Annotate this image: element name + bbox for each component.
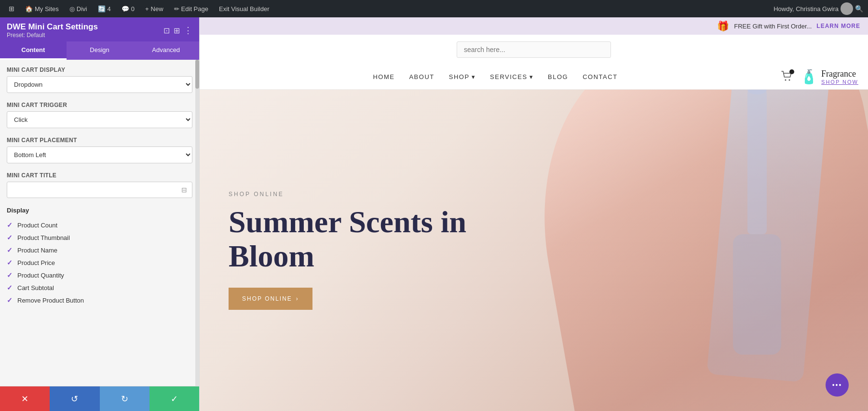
search-input[interactable] — [457, 41, 611, 58]
chevron-down-icon: ▾ — [529, 73, 534, 80]
scroll-track — [195, 60, 199, 386]
list-item: ✓ Product Count — [7, 219, 192, 231]
display-item-label: Product Thumbnail — [17, 234, 70, 241]
display-item-label: Remove Product Button — [17, 297, 84, 304]
comments-menu[interactable]: 🔄 4 — [94, 0, 115, 17]
mini-cart-placement-group: Mini Cart Placement Bottom Left — [7, 137, 192, 163]
svg-point-1 — [789, 79, 790, 80]
cart-icon[interactable] — [781, 71, 793, 83]
my-sites-menu[interactable]: 🏠 My Sites — [21, 0, 63, 17]
svg-rect-2 — [747, 90, 767, 234]
tab-advanced[interactable]: Advanced — [133, 41, 199, 60]
fragrance-link[interactable]: SHOP NOW — [821, 79, 858, 85]
mini-cart-trigger-group: Mini Cart Trigger Click — [7, 102, 192, 128]
new-label: New — [151, 5, 163, 13]
redo-icon: ↻ — [121, 394, 128, 404]
tab-design[interactable]: Design — [67, 41, 133, 60]
hero-content: SHOP ONLINE Summer Scents in Bloom SHOP … — [200, 172, 528, 329]
avatar — [841, 2, 853, 15]
chevron-down-icon: ▾ — [472, 73, 476, 80]
gift-icon: 🎁 — [717, 20, 729, 32]
fab-button[interactable]: ••• — [826, 373, 849, 397]
svg-point-0 — [785, 79, 787, 80]
panel-tabs: Content Design Advanced — [0, 41, 199, 60]
list-item: ✓ Cart Subtotal — [7, 281, 192, 294]
nav-blog[interactable]: BLOG — [548, 73, 568, 80]
bottom-toolbar: ✕ ↺ ↻ ✓ — [0, 386, 199, 411]
nav-shop[interactable]: SHOP ▾ — [449, 73, 475, 80]
display-checklist: ✓ Product Count ✓ Product Thumbnail ✓ Pr… — [7, 219, 192, 306]
check-icon: ✓ — [7, 246, 13, 254]
tab-content[interactable]: Content — [0, 41, 67, 60]
mini-cart-title-input-wrap: ⊟ — [7, 182, 192, 198]
plus-icon: + — [145, 5, 149, 13]
check-icon: ✓ — [7, 271, 13, 279]
nav-items: HOME ABOUT SHOP ▾ SERVICES ▾ BLOG CONTAC — [209, 73, 781, 80]
my-sites-label: My Sites — [35, 5, 59, 13]
input-icon: ⊟ — [181, 186, 187, 194]
mini-cart-title-input[interactable] — [12, 186, 181, 194]
nav-right: 🧴 Fragrance SHOP NOW — [781, 69, 858, 85]
display-item-label: Product Price — [17, 259, 55, 266]
edit-page-label: Edit Page — [181, 5, 208, 13]
left-panel: DWE Mini Cart Settings Preset: Default ⊡… — [0, 17, 200, 411]
edit-page-button[interactable]: ✏ Edit Page — [170, 0, 212, 17]
more-icon[interactable]: ⋮ — [184, 25, 192, 36]
pencil-icon: ✏ — [174, 5, 179, 13]
preset-label[interactable]: Preset: Default — [7, 32, 98, 39]
mini-cart-placement-select[interactable]: Bottom Left — [7, 146, 192, 163]
site-nav: HOME ABOUT SHOP ▾ SERVICES ▾ BLOG CONTAC — [200, 65, 868, 90]
divi-menu[interactable]: ◎ Divi — [66, 0, 91, 17]
user-greeting: Howdy, Christina Gwira — [773, 5, 839, 13]
new-button[interactable]: + New — [141, 0, 167, 17]
nav-home[interactable]: HOME — [373, 73, 394, 80]
cancel-icon: ✕ — [21, 394, 28, 404]
bubble-icon: 💬 — [122, 5, 129, 13]
hero-shop-button[interactable]: SHOP ONLINE › — [229, 288, 312, 310]
redo-button[interactable]: ↻ — [100, 386, 149, 411]
sites-icon: 🏠 — [25, 5, 33, 13]
admin-search-icon[interactable]: 🔍 — [855, 5, 863, 13]
layout-icon[interactable]: ⊞ — [174, 26, 180, 35]
nav-about[interactable]: ABOUT — [409, 73, 434, 80]
cancel-button[interactable]: ✕ — [0, 386, 50, 411]
comments-count: 4 — [108, 5, 111, 13]
bubbles-menu[interactable]: 💬 0 — [118, 0, 138, 17]
right-content: 🎁 FREE Gift with First Order... LEARN MO… — [200, 17, 868, 411]
check-icon: ✓ — [7, 296, 13, 304]
display-item-label: Product Count — [17, 222, 57, 229]
hero-image-area — [501, 90, 868, 411]
mini-cart-display-group: Mini Cart Display Dropdown — [7, 66, 192, 93]
bottle-illustration — [685, 90, 829, 403]
admin-bar-right: Howdy, Christina Gwira 🔍 — [773, 2, 863, 15]
main-layout: DWE Mini Cart Settings Preset: Default ⊡… — [0, 17, 868, 411]
exit-builder-button[interactable]: Exit Visual Builder — [215, 0, 273, 17]
mini-cart-display-select[interactable]: Dropdown — [7, 76, 192, 93]
nav-contact[interactable]: CONTACT — [583, 73, 617, 80]
exit-builder-label: Exit Visual Builder — [219, 5, 270, 13]
comments-icon: 🔄 — [98, 5, 106, 13]
save-button[interactable]: ✓ — [149, 386, 199, 411]
fragrance-title: Fragrance — [821, 69, 856, 79]
mini-cart-trigger-select[interactable]: Click — [7, 111, 192, 128]
window-icon[interactable]: ⊡ — [163, 26, 170, 35]
mini-cart-title-group: Mini Cart Title ⊟ — [7, 172, 192, 198]
scroll-thumb[interactable] — [195, 60, 199, 89]
fab-icon: ••• — [832, 381, 842, 389]
nav-services[interactable]: SERVICES ▾ — [490, 73, 533, 80]
banner-link[interactable]: LEARN MORE — [816, 23, 860, 29]
check-icon: ✓ — [7, 221, 13, 229]
save-icon: ✓ — [171, 394, 178, 404]
undo-button[interactable]: ↺ — [50, 386, 99, 411]
mini-cart-display-label: Mini Cart Display — [7, 66, 192, 73]
list-item: ✓ Remove Product Button — [7, 294, 192, 306]
admin-bar: ⊞ 🏠 My Sites ◎ Divi 🔄 4 💬 0 + New ✏ Edit… — [0, 0, 868, 17]
hero-section: SHOP ONLINE Summer Scents in Bloom SHOP … — [200, 90, 868, 411]
check-icon: ✓ — [7, 234, 13, 241]
top-banner: 🎁 FREE Gift with First Order... LEARN MO… — [200, 17, 868, 35]
display-section-title: Display — [7, 207, 192, 214]
bubble-count: 0 — [131, 5, 135, 13]
list-item: ✓ Product Name — [7, 244, 192, 256]
wordpress-icon[interactable]: ⊞ — [5, 0, 18, 17]
divi-icon: ◎ — [69, 5, 75, 13]
